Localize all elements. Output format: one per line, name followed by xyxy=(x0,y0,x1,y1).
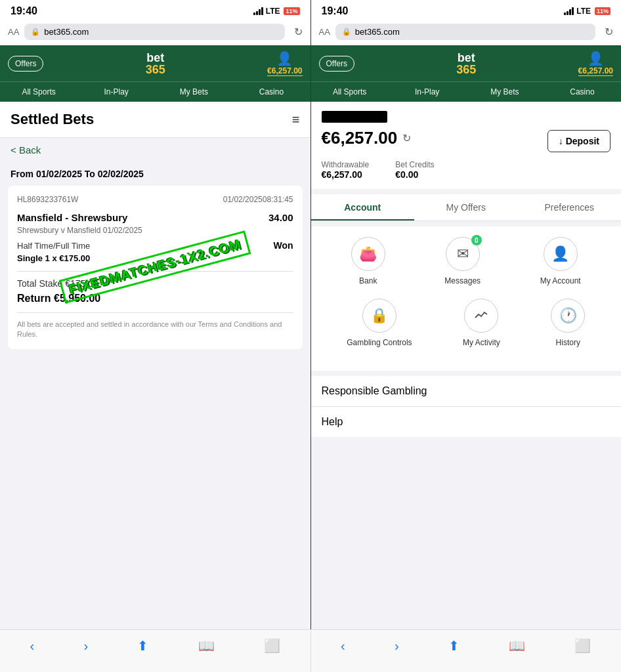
gambling-controls-label: Gambling Controls xyxy=(347,338,412,347)
tabs-icon-left[interactable]: ⬜ xyxy=(264,638,280,654)
url-bar-left[interactable]: 🔒 bet365.com xyxy=(24,24,284,40)
account-icon-right: 👤 xyxy=(588,51,604,66)
my-account-icon-item[interactable]: 👤 My Account xyxy=(540,237,581,285)
balance-row: €6,257.00 ↻ xyxy=(322,128,412,148)
status-bar-left: 19:40 LTE 11% xyxy=(0,0,310,20)
responsible-gambling-row[interactable]: Responsible Gambling xyxy=(311,376,622,407)
balance-refresh-icon[interactable]: ↻ xyxy=(402,132,411,144)
balance-deposit-row: €6,257.00 ↻ ↓ Deposit xyxy=(322,128,611,154)
bet365-logo-right: bet 365 xyxy=(456,52,476,75)
account-icons-grid: 👛 Bank ✉ 0 Messages 👤 xyxy=(311,226,622,371)
bottom-bar-left: ‹ › ⬆ 📖 ⬜ xyxy=(0,629,311,672)
account-icon-left: 👤 xyxy=(276,51,293,66)
gambling-controls-icon: 🔒 xyxy=(362,299,396,333)
my-account-icon: 👤 xyxy=(544,237,578,271)
logo-365-left: 365 xyxy=(146,64,165,75)
logo-bet-right: bet xyxy=(458,52,475,64)
messages-icon: ✉ 0 xyxy=(446,237,480,271)
my-account-label: My Account xyxy=(540,276,581,285)
bet-type-row: Half Time/Full Time Won xyxy=(17,240,293,251)
battery-right: 11% xyxy=(595,7,610,15)
match-name: Mansfield - Shrewsbury xyxy=(17,212,127,223)
lock-icon-left: 🔒 xyxy=(31,28,40,36)
share-icon-left[interactable]: ⬆ xyxy=(137,638,148,654)
bet-credits-item: Bet Credits €0.00 xyxy=(395,160,434,180)
date-range-left: From 01/02/2025 To 02/02/2025 xyxy=(0,162,310,186)
nav-all-sports-left[interactable]: All Sports xyxy=(0,82,77,102)
account-balance-left: €6,257.00 xyxy=(267,66,302,76)
nav-casino-left[interactable]: Casino xyxy=(232,82,310,102)
lte-label-left: LTE xyxy=(266,7,280,16)
icons-row-1: 👛 Bank ✉ 0 Messages 👤 xyxy=(322,237,611,285)
url-text-left: bet365.com xyxy=(44,27,89,37)
bank-icon-item[interactable]: 👛 Bank xyxy=(351,237,385,285)
back-nav-right[interactable]: ‹ xyxy=(341,639,345,654)
account-balance-right: €6,257.00 xyxy=(578,66,613,76)
offers-button-left[interactable]: Offers xyxy=(8,56,43,72)
hamburger-icon-left[interactable]: ≡ xyxy=(292,112,300,127)
menu-section: Responsible Gambling Help xyxy=(311,376,622,437)
my-activity-icon-item[interactable]: My Activity xyxy=(463,299,500,347)
help-row[interactable]: Help xyxy=(311,407,622,437)
url-bar-right[interactable]: 🔒 bet365.com xyxy=(335,24,595,40)
bet365-logo-left: bet 365 xyxy=(146,52,165,75)
nav-in-play-left[interactable]: In-Play xyxy=(77,82,155,102)
account-page: €6,257.00 ↻ ↓ Deposit Withdrawable €6,25… xyxy=(311,102,622,629)
browser-bar-right: AA 🔒 bet365.com ↻ xyxy=(311,20,622,45)
left-phone: 19:40 LTE 11% AA 🔒 bet365.com ↻ xyxy=(0,0,311,629)
tabs-icon-right[interactable]: ⬜ xyxy=(574,638,591,654)
share-icon-right[interactable]: ⬆ xyxy=(448,638,460,654)
page-content-left: Settled Bets ≡ < Back From 01/02/2025 To… xyxy=(0,102,310,629)
bookmarks-icon-left[interactable]: 📖 xyxy=(198,638,215,654)
nav-all-sports-right[interactable]: All Sports xyxy=(311,82,389,102)
gambling-controls-icon-item[interactable]: 🔒 Gambling Controls xyxy=(347,299,412,347)
history-icon-item[interactable]: 🕐 History xyxy=(551,299,585,347)
back-label-left: < Back xyxy=(11,144,41,156)
forward-nav-left[interactable]: › xyxy=(84,639,89,654)
bet-credits-label: Bet Credits xyxy=(395,160,434,169)
bet-card-header: HL8693233761W 01/02/202508:31:45 xyxy=(17,195,293,204)
messages-icon-item[interactable]: ✉ 0 Messages xyxy=(444,237,481,285)
back-link-left[interactable]: < Back xyxy=(0,138,310,162)
forward-nav-right[interactable]: › xyxy=(395,639,399,654)
nav-casino-right[interactable]: Casino xyxy=(544,82,621,102)
deposit-button[interactable]: ↓ Deposit xyxy=(547,130,610,152)
nav-my-bets-left[interactable]: My Bets xyxy=(155,82,232,102)
nav-in-play-right[interactable]: In-Play xyxy=(389,82,466,102)
nav-bar-left: All Sports In-Play My Bets Casino xyxy=(0,81,310,102)
history-icon: 🕐 xyxy=(551,299,585,333)
nav-my-bets-right[interactable]: My Bets xyxy=(466,82,544,102)
bet-credits-amount: €0.00 xyxy=(395,169,434,180)
account-area-right[interactable]: 👤 €6,257.00 xyxy=(578,51,613,76)
icons-row-2: 🔒 Gambling Controls My Activity xyxy=(322,299,611,347)
bookmarks-icon-right[interactable]: 📖 xyxy=(509,638,525,654)
bet-card-left: FIXEDMATCHES-1X2.COM HL8693233761W 01/02… xyxy=(8,186,303,349)
time-right: 19:40 xyxy=(322,5,349,17)
battery-left: 11% xyxy=(284,7,299,15)
bank-label: Bank xyxy=(359,276,377,285)
bet-id: HL8693233761W xyxy=(17,195,78,204)
offers-button-right[interactable]: Offers xyxy=(319,56,354,72)
single-info: Single 1 x €175.00 xyxy=(17,253,293,263)
bet365-header-left: Offers bet 365 👤 €6,257.00 xyxy=(0,45,310,81)
status-icons-left: LTE 11% xyxy=(253,7,300,16)
messages-badge: 0 xyxy=(471,235,482,245)
account-area-left[interactable]: 👤 €6,257.00 xyxy=(267,51,302,76)
divider-2 xyxy=(17,312,293,313)
balance-section: €6,257.00 ↻ ↓ Deposit Withdrawable €6,25… xyxy=(311,102,622,189)
tab-my-offers[interactable]: My Offers xyxy=(414,194,518,220)
divider-1 xyxy=(17,271,293,272)
tab-preferences[interactable]: Preferences xyxy=(518,194,622,220)
balance-amount: €6,257.00 xyxy=(322,128,398,148)
tabs-section: Account My Offers Preferences xyxy=(311,194,622,221)
bet-date: 01/02/202508:31:45 xyxy=(223,195,293,204)
tab-account[interactable]: Account xyxy=(311,194,415,220)
status-bar-right: 19:40 LTE 11% xyxy=(311,0,622,20)
back-nav-left[interactable]: ‹ xyxy=(30,639,35,654)
refresh-icon-left[interactable]: ↻ xyxy=(294,26,303,38)
right-phone: 19:40 LTE 11% AA 🔒 bet365.com ↻ xyxy=(311,0,622,629)
nav-bar-right: All Sports In-Play My Bets Casino xyxy=(311,81,622,102)
bet365-header-right: Offers bet 365 👤 €6,257.00 xyxy=(311,45,622,81)
refresh-icon-right[interactable]: ↻ xyxy=(605,26,613,38)
logo-365-right: 365 xyxy=(456,64,476,75)
